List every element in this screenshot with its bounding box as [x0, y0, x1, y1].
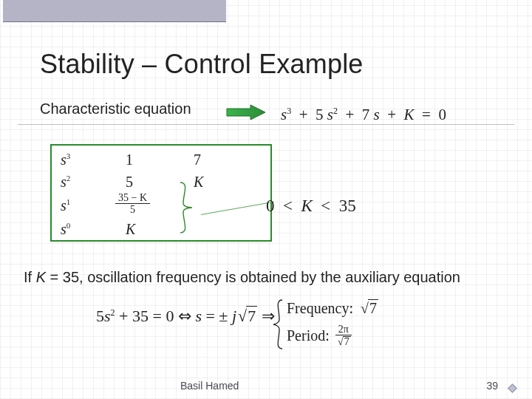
routh-row-label: s1 — [61, 197, 70, 214]
auxiliary-condition-text: If K = 35, oscillation frequency is obta… — [24, 269, 460, 286]
footer-page-number: 39 — [486, 380, 498, 392]
slide-title: Stability – Control Example — [40, 49, 364, 80]
routh-cell: 5 — [126, 174, 133, 191]
title-underline — [18, 124, 514, 125]
routh-array-box: s3 1 7 s2 5 K s1 35 − K 5 s0 K — [50, 144, 272, 242]
footer-decor-icon — [508, 383, 517, 393]
frac-den: 5 — [115, 204, 150, 215]
frequency-period-results: Frequency: 7 Period: 2π 7 — [287, 299, 378, 347]
frequency-label: Frequency: — [287, 300, 353, 317]
auxiliary-equation: 5s2 + 35 = 0 ⇔ s = ± j7 ⇒ — [96, 306, 275, 326]
routh-cell: K — [126, 221, 135, 238]
routh-cell: 7 — [194, 151, 201, 168]
result-brace-icon — [273, 299, 284, 350]
footer-author: Basil Hamed — [180, 380, 239, 392]
period-label: Period: — [287, 327, 330, 344]
arrow-right-icon — [225, 103, 267, 121]
characteristic-equation: s3 + 5 s2 + 7 s + K = 0 — [281, 106, 446, 124]
routh-row-label: s0 — [61, 221, 70, 238]
slide-subtitle: Characteristic equation — [40, 100, 191, 117]
svg-marker-0 — [227, 105, 265, 120]
k-range-expression: 0 < K < 35 — [266, 197, 356, 216]
curly-brace-icon — [177, 181, 194, 234]
routh-row-label: s3 — [61, 151, 70, 168]
period-value: 2π 7 — [335, 324, 352, 347]
frequency-value: 7 — [359, 299, 378, 317]
frac-num: 35 − K — [115, 193, 150, 204]
routh-cell: K — [194, 174, 203, 191]
slide-header-bar — [3, 0, 226, 22]
routh-cell-fraction: 35 − K 5 — [115, 193, 150, 215]
routh-row-label: s2 — [61, 174, 70, 191]
routh-cell: 1 — [126, 151, 133, 168]
